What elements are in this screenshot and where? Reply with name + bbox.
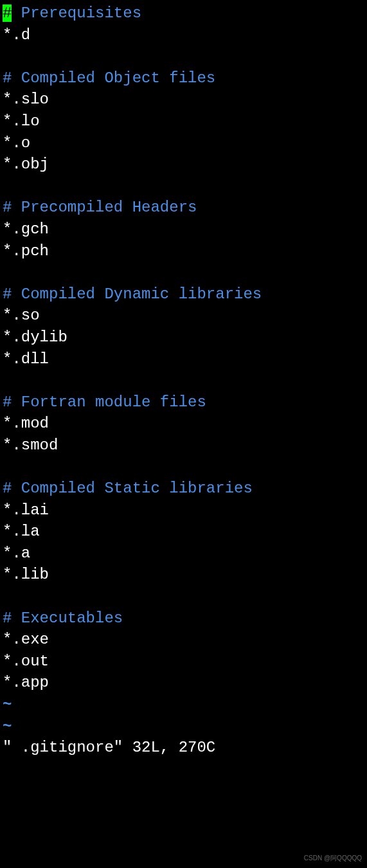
pattern-line: *.smod xyxy=(3,435,367,457)
comment-text: Prerequisites xyxy=(12,5,141,22)
pattern-line: *.lib xyxy=(3,564,367,586)
comment-text: # Compiled Static libraries xyxy=(3,480,253,497)
pattern-line: *.lai xyxy=(3,500,367,521)
blank-line xyxy=(3,456,367,478)
pattern-line: *.a xyxy=(3,543,367,565)
pattern-line: *.out xyxy=(3,651,367,673)
pattern-line: *.dylib xyxy=(3,327,367,348)
blank-line xyxy=(3,370,367,392)
cursor: # xyxy=(3,5,12,22)
pattern-line: *.so xyxy=(3,305,367,327)
pattern-line: *.gch xyxy=(3,219,367,240)
pattern-line: *.d xyxy=(3,24,367,46)
pattern-line: *.mod xyxy=(3,413,367,435)
comment-line: # Fortran module files xyxy=(3,392,367,413)
comment-line: # Prerequisites xyxy=(3,3,367,24)
editor-content[interactable]: # Prerequisites*.d # Compiled Object fil… xyxy=(3,3,367,759)
empty-line-tilde: ~ xyxy=(3,694,367,716)
blank-line xyxy=(3,176,367,197)
watermark: CSDN @阿QQQQQ xyxy=(304,854,362,863)
comment-text: # Precompiled Headers xyxy=(3,199,197,216)
comment-text: # Fortran module files xyxy=(3,393,206,411)
comment-text: # Compiled Dynamic libraries xyxy=(3,285,262,303)
pattern-line: *.exe xyxy=(3,629,367,651)
comment-line: # Compiled Static libraries xyxy=(3,478,367,500)
pattern-line: *.dll xyxy=(3,348,367,370)
comment-line: # Compiled Object files xyxy=(3,68,367,89)
blank-line xyxy=(3,262,367,284)
pattern-line: *.obj xyxy=(3,154,367,176)
blank-line xyxy=(3,586,367,608)
comment-line: # Executables xyxy=(3,608,367,629)
pattern-line: *.pch xyxy=(3,240,367,262)
blank-line xyxy=(3,46,367,68)
pattern-line: *.app xyxy=(3,672,367,694)
comment-line: # Compiled Dynamic libraries xyxy=(3,284,367,305)
pattern-line: *.o xyxy=(3,132,367,154)
comment-text: # Executables xyxy=(3,610,123,627)
empty-line-tilde: ~ xyxy=(3,716,367,737)
pattern-line: *.la xyxy=(3,521,367,543)
status-line: " .gitignore" 32L, 270C xyxy=(3,737,367,759)
comment-text: # Compiled Object files xyxy=(3,69,215,87)
comment-line: # Precompiled Headers xyxy=(3,197,367,219)
pattern-line: *.lo xyxy=(3,111,367,132)
pattern-line: *.slo xyxy=(3,89,367,111)
